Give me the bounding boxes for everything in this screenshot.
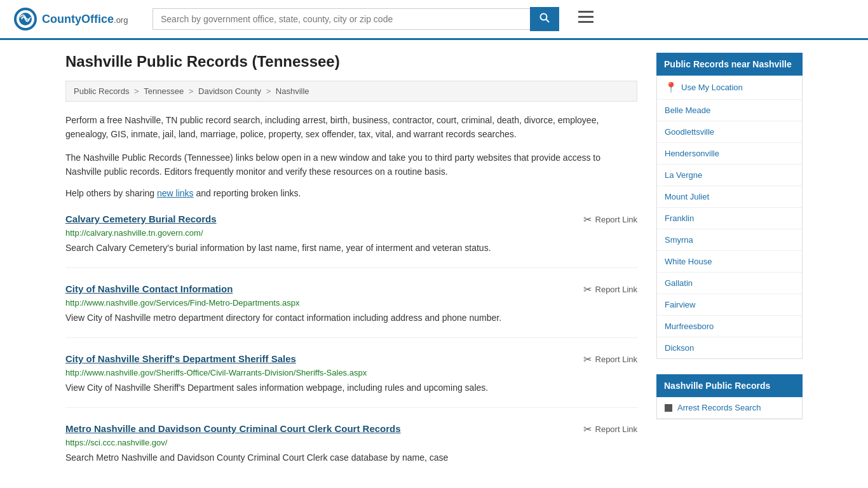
nearby-item-7[interactable]: White House bbox=[657, 251, 802, 273]
nashville-record-link-0[interactable]: Arrest Records Search bbox=[677, 403, 761, 412]
breadcrumb-nashville[interactable]: Nashville bbox=[276, 86, 309, 96]
svg-rect-7 bbox=[578, 21, 593, 23]
hamburger-icon bbox=[578, 11, 593, 24]
help-text-prefix: Help others by sharing bbox=[65, 188, 157, 198]
record-square-icon-0 bbox=[665, 404, 672, 412]
new-links-link[interactable]: new links bbox=[157, 188, 194, 198]
record-entry-2: City of Nashville Sheriff's Department S… bbox=[65, 353, 637, 408]
nearby-item-6[interactable]: Smyrna bbox=[657, 229, 802, 251]
search-input[interactable] bbox=[153, 8, 530, 30]
record-desc-2: View City of Nashville Sheriff's Departm… bbox=[65, 381, 637, 395]
page-title: Nashville Public Records (Tennessee) bbox=[65, 53, 637, 71]
intro-paragraph-2: The Nashville Public Records (Tennessee)… bbox=[65, 151, 637, 179]
help-text: Help others by sharing new links and rep… bbox=[65, 188, 637, 198]
sidebar: Public Records near Nashville 📍 Use My L… bbox=[656, 53, 803, 488]
nearby-item-0[interactable]: Belle Meade bbox=[657, 100, 802, 121]
record-entry-0: Calvary Cemetery Burial Records ✂ Report… bbox=[65, 214, 637, 268]
record-title-2[interactable]: City of Nashville Sheriff's Department S… bbox=[65, 353, 296, 364]
records-list: Calvary Cemetery Burial Records ✂ Report… bbox=[65, 214, 637, 477]
record-url-3[interactable]: https://sci.ccc.nashville.gov/ bbox=[65, 438, 637, 447]
nashville-record-item-0[interactable]: Arrest Records Search bbox=[657, 397, 802, 419]
nearby-item-1[interactable]: Goodlettsville bbox=[657, 121, 802, 143]
nearby-item-2[interactable]: Hendersonville bbox=[657, 143, 802, 165]
nearby-link-3[interactable]: La Vergne bbox=[665, 170, 702, 180]
nearby-link-6[interactable]: Smyrna bbox=[665, 235, 693, 245]
svg-rect-6 bbox=[578, 16, 593, 18]
breadcrumb-public-records[interactable]: Public Records bbox=[74, 86, 129, 96]
search-button[interactable] bbox=[530, 7, 559, 31]
record-desc-0: Search Calvary Cemetery's burial informa… bbox=[65, 241, 637, 255]
help-text-suffix: and reporting broken links. bbox=[194, 188, 301, 198]
nashville-records-list: Arrest Records Search bbox=[656, 397, 803, 419]
use-location-link[interactable]: Use My Location bbox=[681, 83, 743, 92]
use-location-item[interactable]: 📍 Use My Location bbox=[657, 76, 802, 100]
nearby-link-10[interactable]: Murfreesboro bbox=[665, 322, 714, 331]
report-icon-3: ✂ bbox=[583, 423, 592, 435]
nearby-link-0[interactable]: Belle Meade bbox=[665, 105, 710, 115]
report-icon-1: ✂ bbox=[583, 283, 592, 295]
hamburger-menu-button[interactable] bbox=[578, 11, 593, 27]
nearby-item-5[interactable]: Franklin bbox=[657, 208, 802, 229]
nearby-item-4[interactable]: Mount Juliet bbox=[657, 186, 802, 208]
record-title-0[interactable]: Calvary Cemetery Burial Records bbox=[65, 214, 217, 224]
nearby-link-8[interactable]: Gallatin bbox=[665, 278, 693, 288]
record-desc-3: Search Metro Nashville and Davidson Coun… bbox=[65, 451, 637, 464]
record-title-3[interactable]: Metro Nashville and Davidson County Crim… bbox=[65, 423, 401, 434]
nashville-records-heading: Nashville Public Records bbox=[656, 374, 803, 397]
svg-line-4 bbox=[546, 20, 550, 23]
nearby-link-5[interactable]: Franklin bbox=[665, 214, 694, 223]
nearby-item-3[interactable]: La Vergne bbox=[657, 165, 802, 186]
breadcrumb-davidson[interactable]: Davidson County bbox=[198, 86, 261, 96]
report-icon-2: ✂ bbox=[583, 353, 592, 365]
breadcrumb: Public Records > Tennessee > Davidson Co… bbox=[65, 81, 637, 102]
nearby-list: 📍 Use My Location Belle Meade Goodlettsv… bbox=[656, 76, 803, 359]
svg-point-3 bbox=[541, 14, 547, 20]
nearby-link-4[interactable]: Mount Juliet bbox=[665, 192, 709, 201]
nearby-section: Public Records near Nashville 📍 Use My L… bbox=[656, 53, 803, 359]
breadcrumb-sep2: > bbox=[189, 86, 196, 96]
search-container bbox=[153, 7, 559, 31]
record-desc-1: View City of Nashville metro department … bbox=[65, 311, 637, 325]
report-icon-0: ✂ bbox=[583, 214, 592, 226]
record-entry-1: City of Nashville Contact Information ✂ … bbox=[65, 283, 637, 338]
logo-text: CountyOffice.org bbox=[42, 13, 128, 26]
report-link-label-2: Report Link bbox=[595, 355, 637, 364]
nashville-records-section: Nashville Public Records Arrest Records … bbox=[656, 374, 803, 419]
nearby-link-2[interactable]: Hendersonville bbox=[665, 149, 719, 158]
report-link-label-0: Report Link bbox=[595, 215, 637, 224]
logo-area: CountyOffice.org bbox=[13, 6, 140, 32]
main-layout: Nashville Public Records (Tennessee) Pub… bbox=[53, 40, 815, 488]
logo-icon bbox=[13, 6, 38, 32]
header: CountyOffice.org bbox=[0, 0, 868, 40]
location-pin-icon: 📍 bbox=[665, 81, 677, 93]
intro-paragraph-1: Perform a free Nashville, TN public reco… bbox=[65, 113, 637, 142]
search-icon bbox=[539, 13, 550, 23]
nearby-link-9[interactable]: Fairview bbox=[665, 300, 695, 309]
report-link-2[interactable]: ✂ Report Link bbox=[583, 353, 637, 365]
nearby-link-1[interactable]: Goodlettsville bbox=[665, 127, 714, 137]
nearby-item-10[interactable]: Murfreesboro bbox=[657, 316, 802, 337]
record-entry-3: Metro Nashville and Davidson County Crim… bbox=[65, 423, 637, 477]
report-link-0[interactable]: ✂ Report Link bbox=[583, 214, 637, 226]
report-link-1[interactable]: ✂ Report Link bbox=[583, 283, 637, 295]
breadcrumb-sep1: > bbox=[134, 86, 141, 96]
breadcrumb-tennessee[interactable]: Tennessee bbox=[144, 86, 184, 96]
report-link-label-3: Report Link bbox=[595, 424, 637, 434]
record-url-0[interactable]: http://calvary.nashville.tn.govern.com/ bbox=[65, 228, 637, 238]
report-link-3[interactable]: ✂ Report Link bbox=[583, 423, 637, 435]
nearby-item-9[interactable]: Fairview bbox=[657, 294, 802, 316]
record-title-1[interactable]: City of Nashville Contact Information bbox=[65, 283, 233, 294]
breadcrumb-sep3: > bbox=[266, 86, 273, 96]
record-url-2[interactable]: http://www.nashville.gov/Sheriffs-Office… bbox=[65, 368, 637, 377]
report-link-label-1: Report Link bbox=[595, 285, 637, 294]
record-url-1[interactable]: http://www.nashville.gov/Services/Find-M… bbox=[65, 298, 637, 308]
nearby-heading: Public Records near Nashville bbox=[656, 53, 803, 76]
nearby-link-11[interactable]: Dickson bbox=[665, 343, 694, 353]
main-content: Nashville Public Records (Tennessee) Pub… bbox=[65, 53, 637, 488]
nearby-link-7[interactable]: White House bbox=[665, 257, 712, 266]
svg-rect-5 bbox=[578, 11, 593, 13]
nearby-item-8[interactable]: Gallatin bbox=[657, 273, 802, 294]
nearby-item-11[interactable]: Dickson bbox=[657, 337, 802, 358]
